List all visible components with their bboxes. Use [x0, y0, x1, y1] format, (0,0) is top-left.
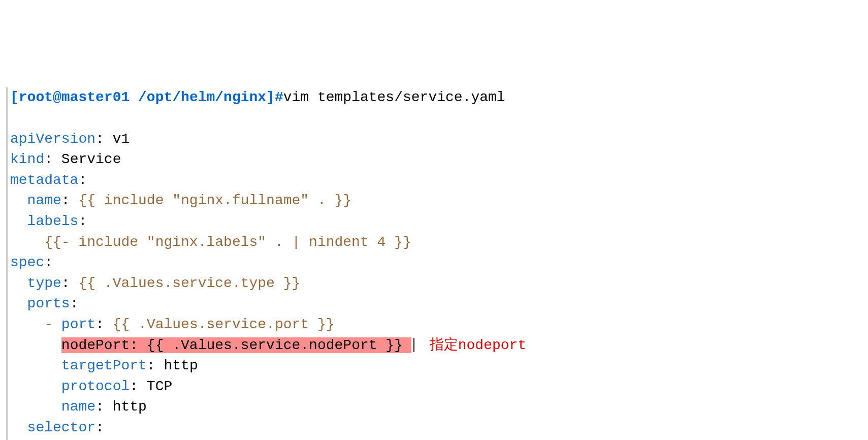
yaml-val-kind: Service	[61, 151, 121, 167]
yaml-key-selector: selector	[27, 420, 95, 435]
yaml-key-targetport: targetPort	[61, 358, 147, 373]
yaml-tmpl-labels: {{- include "nginx.labels" . | nindent 4…	[44, 234, 411, 250]
yaml-key-ports: ports	[27, 296, 70, 311]
yaml-key-labels: labels	[27, 213, 79, 229]
terminal-content: [root@master01 /opt/helm/nginx]#vim temp…	[6, 87, 858, 440]
yaml-key-port: port	[61, 317, 95, 332]
yaml-key-kind: kind	[10, 151, 44, 167]
yaml-dash: -	[44, 317, 53, 332]
yaml-val-targetport: http	[164, 358, 198, 373]
yaml-tmpl-type: {{ .Values.service.type }}	[78, 275, 300, 291]
command-text: vim templates/service.yaml	[283, 89, 505, 105]
yaml-tmpl-nodeport: {{ .Values.service.nodePort }}	[147, 337, 403, 353]
cursor	[413, 338, 414, 352]
prompt-bracket-open: [	[10, 89, 19, 105]
highlighted-line: nodePort: {{ .Values.service.nodePort }}	[61, 337, 411, 353]
prompt-user-host: root@master01	[19, 89, 130, 105]
prompt-bracket-close: ]	[266, 89, 275, 105]
yaml-val-protocol: TCP	[147, 379, 172, 394]
yaml-key-name: name	[27, 193, 61, 208]
yaml-key-name2: name	[61, 399, 95, 415]
yaml-key-apiversion: apiVersion	[10, 131, 95, 147]
yaml-key-metadata: metadata	[10, 172, 78, 188]
yaml-val-name2: http	[113, 399, 147, 415]
annotation-text: 指定nodeport	[430, 337, 526, 353]
yaml-key-spec: spec	[10, 255, 44, 270]
yaml-key-protocol: protocol	[61, 379, 130, 394]
yaml-key-nodeport: nodePort	[61, 337, 130, 353]
yaml-tmpl-port: {{ .Values.service.port }}	[113, 317, 335, 332]
prompt-path: /opt/helm/nginx	[138, 89, 266, 105]
yaml-val-apiversion: v1	[113, 131, 130, 147]
prompt-hash: #	[275, 89, 283, 105]
yaml-tmpl-name: {{ include "nginx.fullname" . }}	[78, 193, 351, 208]
yaml-key-type: type	[27, 275, 61, 291]
